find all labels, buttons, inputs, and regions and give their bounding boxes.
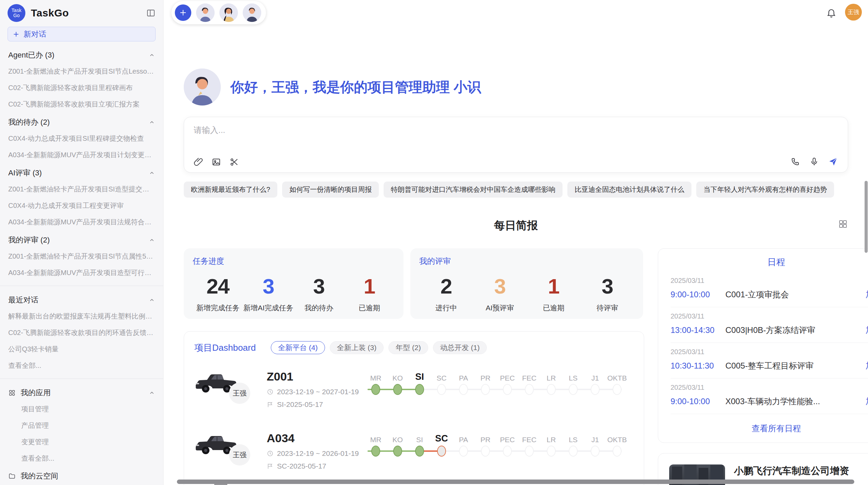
project-milestone-flag: SC-2025-05-17	[277, 462, 326, 470]
send-icon	[828, 157, 838, 167]
sidebar-section-header[interactable]: AI评审 (3)	[0, 163, 163, 181]
apps-grid-icon	[8, 389, 16, 397]
schedule-name: C001-立项审批会	[725, 289, 861, 300]
milestone-dot	[371, 446, 380, 457]
milestone-label: LS	[562, 432, 584, 444]
schedule-item-row: 9:00-10:00X003-车辆动力学性能验...加入	[671, 396, 868, 407]
recent-conversation-item[interactable]: 解释最新出台的欧盟报废车法规再生塑料比例被调至15%...	[0, 308, 163, 325]
schedule-date: 2025/03/11	[671, 277, 868, 285]
sidebar-section-header[interactable]: Agent已办 (3)	[0, 46, 163, 63]
milestone-node: LS	[562, 371, 584, 396]
sidebar-section-header-recent[interactable]: 最近对话	[0, 290, 163, 308]
milestone-node: PA	[453, 432, 474, 458]
sidebar-task-item[interactable]: Z001-全新燃油皮卡产品开发项目SI节点Lesson Learn报告	[0, 63, 163, 80]
join-meeting-link[interactable]: 加入	[866, 289, 868, 300]
app-sub-item[interactable]: 查看全部...	[0, 450, 163, 467]
milestone-node: PEC	[496, 432, 518, 458]
attach-button[interactable]	[194, 157, 203, 167]
sidebar-task-item[interactable]: Z001-全新燃油轻卡产品开发项目SI造型提交物评审	[0, 181, 163, 198]
milestone-dot	[459, 446, 468, 457]
panel-toggle-icon	[146, 8, 156, 18]
sidebar-task-item[interactable]: C02-飞腾新能源轻客改款项目里程碑画布	[0, 80, 163, 96]
view-all-schedule-link[interactable]: 查看所有日程	[671, 423, 868, 434]
recent-conversation-item[interactable]: 公司Q3轻卡销量	[0, 341, 163, 358]
sidebar-section-header[interactable]: 我的待办 (2)	[0, 113, 163, 130]
paperclip-icon	[194, 157, 203, 167]
stat-column: 3待评审	[580, 274, 634, 313]
sidebar-task-item[interactable]: C0X4-动力总成开发项目SI里程碑提交物检查	[0, 130, 163, 147]
join-meeting-link[interactable]: 加入	[866, 360, 868, 371]
milestone-label: LR	[540, 371, 562, 382]
recent-conversation-item[interactable]: C02-飞腾新能源轻客改款项目的闭环通告反馈情况	[0, 325, 163, 341]
left-column: 任务进度24新增完成任务3新增AI完成任务3我的待办1已逾期我的评审2进行中3A…	[184, 248, 644, 485]
session-switcher	[171, 1, 266, 24]
join-meeting-link[interactable]: 加入	[866, 325, 868, 336]
daily-brief-title: 每日简报	[184, 218, 848, 233]
app-sub-item[interactable]: 产品管理	[0, 418, 163, 434]
microphone-button[interactable]	[809, 157, 819, 166]
avatar[interactable]	[219, 3, 238, 22]
insert-image-button[interactable]	[212, 157, 221, 167]
horizontal-scrollbar[interactable]	[177, 480, 854, 484]
stat-value: 2	[419, 274, 473, 298]
suggestion-chip[interactable]: 如何写一份清晰的项目周报	[282, 182, 379, 198]
milestone-label: LS	[562, 371, 584, 382]
app-sub-item[interactable]: 变更管理	[0, 434, 163, 450]
sidebar-task-item[interactable]: A034-全新新能源MUV产品开发项目法规符合性评审	[0, 214, 163, 231]
screenshot-button[interactable]	[229, 157, 239, 167]
flag-icon	[267, 463, 274, 470]
project-row[interactable]: 王强Z0012023-12-19 ~ 2027-01-19SI-2025-05-…	[194, 368, 634, 416]
add-session-button[interactable]	[175, 4, 191, 21]
dashboard-tab[interactable]: 全新平台 (4)	[271, 341, 325, 354]
sidebar-task-item[interactable]: A034-全新新能源MUV产品开发项目计划变更表编写	[0, 147, 163, 163]
milestone-node: OKTB	[606, 432, 628, 458]
sidebar-task-item[interactable]: A034-全新新能源MUV产品开发项目造型可行性评审	[0, 265, 163, 281]
sidebar-section-header[interactable]: 我的评审 (2)	[0, 231, 163, 248]
vertical-scrollbar[interactable]	[865, 181, 868, 253]
milestone-node: SC	[431, 432, 453, 458]
dashboard-tab[interactable]: 动总开发 (1)	[433, 341, 487, 354]
recent-conversation-item[interactable]: 查看全部...	[0, 358, 163, 374]
project-code: A034	[267, 432, 359, 445]
stat-value: 3	[473, 274, 527, 298]
sidebar-task-item[interactable]: Z001-全新燃油轻卡产品开发项目SI节点属性5D文件评审	[0, 248, 163, 265]
send-button[interactable]	[828, 157, 838, 167]
sidebar-item-my-apps[interactable]: 我的应用	[0, 383, 163, 401]
project-row[interactable]: 王强A0342023-12-19 ~ 2026-01-19SC-2025-05-…	[194, 430, 634, 477]
sidebar-item-cloud-space[interactable]: 我的云空间	[0, 467, 163, 485]
stat-card-title: 我的评审	[419, 256, 634, 266]
milestone-node: PEC	[496, 371, 518, 396]
new-chat-button[interactable]: 新对话	[8, 27, 156, 41]
sidebar-collapse-button[interactable]	[146, 8, 156, 18]
greeting-text: 你好，王强，我是你的项目管理助理 小识	[230, 78, 481, 97]
milestone-label: PEC	[496, 432, 518, 444]
schedule-item: 2025/03/119:00-10:00C001-立项审批会加入	[671, 272, 868, 307]
app-sub-item[interactable]: 项目管理	[0, 401, 163, 418]
project-image-wrap: 王强	[194, 430, 256, 477]
suggestion-chip[interactable]: 欧洲新规最近颁布了什么?	[184, 182, 277, 198]
dashboard-header: 项目Dashboard 全新平台 (4)全新上装 (3)年型 (2)动总开发 (…	[194, 341, 634, 354]
dashboard-tab[interactable]: 年型 (2)	[388, 341, 428, 354]
project-info: A0342023-12-19 ~ 2026-01-19SC-2025-05-17	[267, 430, 359, 470]
schedule-date: 2025/03/11	[671, 312, 868, 320]
schedule-item: 2025/03/1113:00-14:30C003|H0B-方案冻结评审加入	[671, 307, 868, 343]
layout-switch-button[interactable]	[838, 219, 848, 229]
avatar[interactable]	[196, 3, 215, 22]
join-meeting-link[interactable]: 加入	[866, 396, 868, 407]
avatar[interactable]	[243, 3, 261, 22]
voice-call-button[interactable]	[791, 157, 800, 166]
composer-input[interactable]	[194, 125, 838, 149]
suggestion-chip[interactable]: 当下年轻人对汽车外观有怎样的喜好趋势	[696, 182, 834, 198]
sidebar-task-item[interactable]: C02-飞腾新能源轻客改款项目立项汇报方案	[0, 96, 163, 113]
stat-column: 1已逾期	[527, 274, 581, 313]
suggestion-chip[interactable]: 特朗普可能对进口汽车增税会对中国车企造成哪些影响	[384, 182, 563, 198]
daily-brief-header: 每日简报	[184, 218, 848, 231]
stat-columns: 24新增完成任务3新增AI完成任务3我的待办1已逾期	[193, 274, 395, 313]
milestone-dot	[525, 384, 534, 395]
milestone-label: PA	[453, 432, 474, 444]
suggestion-chip[interactable]: 比亚迪全固态电池计划具体说了什么	[567, 182, 691, 198]
chevron-up-icon	[149, 390, 155, 396]
microphone-icon	[809, 157, 819, 166]
sidebar-task-item[interactable]: C0X4-动力总成开发项目工程变更评审	[0, 198, 163, 214]
dashboard-tab[interactable]: 全新上装 (3)	[330, 341, 384, 354]
